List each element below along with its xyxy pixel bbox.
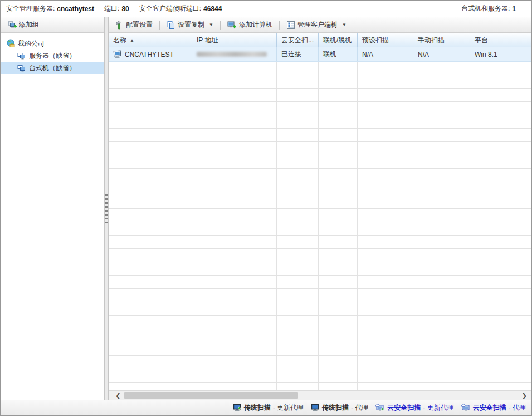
add-computer-icon [227, 21, 237, 30]
splitter-grip-icon [105, 194, 108, 223]
manage-client-tree-label: 管理客户端树 [297, 20, 338, 30]
cell-scheduled-scan: N/A [358, 47, 413, 61]
cloud-scan-status: 已连接 [281, 50, 301, 59]
computers-icon [17, 64, 26, 72]
add-group-button[interactable]: 添加组 [4, 18, 43, 31]
port-label: 端口: [104, 4, 119, 13]
app-window: 安全管理服务器: cncathytest 端口: 80 安全客户端侦听端口: 4… [0, 0, 532, 416]
manage-client-tree-button[interactable]: 管理客户端树 ▼ [282, 18, 350, 31]
online-status: 联机 [323, 50, 336, 59]
globe-icon [6, 39, 15, 48]
platform-value: Win 8.1 [475, 51, 497, 58]
tree-item-my-company[interactable]: 我的公司 [1, 37, 104, 50]
manual-scan-status: N/A [418, 51, 429, 58]
toolbar-separator [279, 21, 280, 30]
cloud-monitor-update-agent-icon [375, 404, 385, 412]
ip-address-redacted [197, 52, 267, 57]
settings-replication-button[interactable]: 设置复制 ▼ [163, 18, 217, 31]
legend-label: - 代理 [509, 403, 526, 413]
grid-column [109, 62, 192, 390]
add-group-label: 添加组 [19, 20, 39, 30]
copy-icon [167, 21, 175, 30]
settings-replication-label: 设置复制 [178, 20, 204, 30]
sidebar-toolbar: 添加组 [1, 17, 104, 33]
scheduled-scan-status: N/A [362, 51, 373, 58]
table-row[interactable]: CNCATHYTEST 已连接 联机 N/A N/A Win 8.1 [109, 47, 531, 62]
legend-cloud-scan-agent: 云安全扫描 - 代理 [461, 403, 526, 413]
column-header-name[interactable]: 名称 ▲ [109, 33, 192, 47]
cell-cloud-scan: 已连接 [277, 47, 319, 61]
machine-count-value: 1 [512, 5, 516, 13]
cell-manual-scan: N/A [413, 47, 470, 61]
top-info-bar: 安全管理服务器: cncathytest 端口: 80 安全客户端侦听端口: 4… [1, 1, 531, 17]
chevron-down-icon: ▼ [209, 22, 213, 27]
client-tree: 我的公司 服务器（缺省） [1, 33, 104, 400]
tree-item-label: 台式机（缺省） [29, 63, 76, 73]
tree-item-desktops-default[interactable]: 台式机（缺省） [1, 62, 104, 74]
computer-name: CNCATHYTEST [125, 51, 174, 58]
grid-column [470, 62, 531, 390]
legend-traditional-scan-agent: 传统扫描 - 代理 [311, 403, 368, 413]
add-group-icon [8, 21, 17, 30]
listen-port-label: 安全客户端侦听端口: [139, 4, 201, 13]
cloud-monitor-agent-icon [461, 404, 471, 412]
tree-item-label: 我的公司 [18, 39, 45, 48]
machine-count: 台式机和服务器: 1 [461, 4, 516, 13]
legend-label-bold: 传统扫描 [244, 403, 271, 413]
sort-asc-icon: ▲ [130, 38, 134, 43]
legend-label-bold: 云安全扫描 [473, 403, 506, 413]
chevron-down-icon: ▼ [342, 22, 346, 27]
legend-label-bold: 云安全扫描 [387, 403, 421, 413]
add-computer-button[interactable]: 添加计算机 [223, 18, 276, 31]
column-label: 云安全扫... [281, 36, 314, 45]
listen-port-value: 46844 [203, 5, 222, 13]
column-label: 手动扫描 [418, 36, 445, 45]
cell-name: CNCATHYTEST [109, 47, 192, 61]
legend-label: - 更新代理 [273, 403, 304, 413]
column-label: 联机/脱机 [323, 36, 352, 45]
server-name: cncathytest [57, 5, 94, 13]
column-label: 平台 [475, 36, 488, 45]
add-computer-label: 添加计算机 [239, 20, 272, 30]
scrollbar-thumb[interactable] [124, 392, 298, 399]
horizontal-scrollbar[interactable]: ❮ ❯ [109, 390, 531, 400]
server-label: 安全管理服务器: [6, 4, 55, 13]
sidebar: 添加组 我的公司 [1, 17, 104, 400]
table-empty-area [109, 62, 531, 390]
table-header: 名称 ▲ IP 地址 云安全扫... 联机/脱机 预设扫描 手动扫描 平台 [109, 33, 531, 47]
column-header-scheduled-scan[interactable]: 预设扫描 [358, 33, 413, 47]
legend-label: - 更新代理 [423, 403, 453, 413]
main-toolbar: 配置设置 设置复制 ▼ [109, 17, 531, 33]
column-header-cloud-scan[interactable]: 云安全扫... [277, 33, 319, 47]
port-value: 80 [121, 5, 129, 13]
column-header-online-offline[interactable]: 联机/脱机 [319, 33, 358, 47]
legend-traditional-scan-update-agent: 传统扫描 - 更新代理 [233, 403, 304, 413]
column-label: IP 地址 [197, 36, 218, 45]
configure-settings-label: 配置设置 [126, 20, 153, 30]
column-label: 名称 [113, 36, 126, 45]
scroll-right-icon[interactable]: ❯ [519, 391, 529, 400]
cell-platform: Win 8.1 [470, 47, 531, 61]
cell-ip [192, 47, 277, 61]
legend-cloud-scan-update-agent: 云安全扫描 - 更新代理 [375, 403, 453, 413]
tree-item-servers-default[interactable]: 服务器（缺省） [1, 50, 104, 62]
computer-icon [113, 50, 122, 58]
column-header-platform[interactable]: 平台 [470, 33, 531, 47]
status-bar: 传统扫描 - 更新代理 传统扫描 - 代理 [1, 400, 531, 415]
column-header-manual-scan[interactable]: 手动扫描 [413, 33, 470, 47]
hammer-icon [115, 21, 124, 30]
monitor-update-agent-icon [233, 404, 242, 412]
grid-column [358, 62, 413, 390]
machine-count-label: 台式机和服务器: [461, 4, 510, 13]
scroll-left-icon[interactable]: ❮ [113, 391, 123, 400]
grid-column [413, 62, 470, 390]
tree-item-label: 服务器（缺省） [29, 51, 76, 61]
panel-splitter[interactable] [104, 17, 109, 400]
server-info: 安全管理服务器: cncathytest 端口: 80 安全客户端侦听端口: 4… [6, 4, 232, 13]
legend-label-bold: 传统扫描 [322, 403, 349, 413]
grid-column [319, 62, 358, 390]
cell-online-status: 联机 [319, 47, 358, 61]
configure-settings-button[interactable]: 配置设置 [111, 18, 157, 31]
column-header-ip[interactable]: IP 地址 [192, 33, 277, 47]
client-tree-icon [286, 21, 295, 30]
